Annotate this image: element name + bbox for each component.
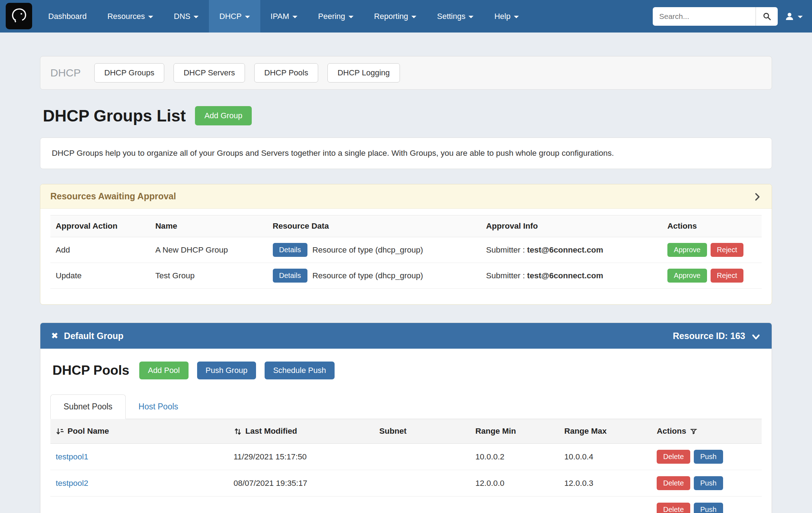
pool-name-link[interactable]: testpool1 (56, 452, 88, 461)
group-panel-body: DHCP Pools Add Pool Push Group Schedule … (40, 349, 772, 513)
filter-icon[interactable] (690, 427, 698, 436)
push-button[interactable]: Push (694, 503, 723, 513)
approval-action-cell: Update (50, 263, 150, 289)
pool-last-modified: 08/07/2021 19:35:17 (228, 470, 374, 497)
nav-item-reporting[interactable]: Reporting (364, 0, 427, 33)
add-group-button[interactable]: Add Group (195, 106, 251, 125)
subnav-tab-dhcp-groups[interactable]: DHCP Groups (94, 63, 164, 83)
col-actions: Actions (662, 215, 762, 237)
add-pool-button[interactable]: Add Pool (139, 362, 188, 379)
subnav-tab-dhcp-servers[interactable]: DHCP Servers (174, 63, 245, 83)
approval-name-cell: A New DHCP Group (150, 237, 267, 263)
caret-down-icon (245, 16, 250, 18)
page-title: DHCP Groups List (43, 106, 186, 125)
pool-range-max: 10.0.0.4 (559, 444, 651, 470)
search-icon (762, 12, 772, 21)
pools-title: DHCP Pools (52, 363, 129, 378)
push-button[interactable]: Push (694, 476, 723, 490)
nav-label: IPAM (271, 12, 289, 21)
caret-down-icon (349, 16, 354, 18)
push-group-button[interactable]: Push Group (197, 362, 256, 379)
chevron-down-icon[interactable] (751, 330, 761, 341)
nav-label: DHCP (219, 12, 241, 21)
submitter-label: Submitter : (486, 245, 525, 254)
main-nav: Dashboard Resources DNS DHCP IPAM Peerin… (38, 0, 529, 33)
sort-updown-icon[interactable] (234, 427, 242, 436)
user-icon (784, 11, 795, 22)
search-input[interactable] (653, 7, 756, 26)
details-button[interactable]: Details (273, 269, 307, 283)
nav-item-settings[interactable]: Settings (427, 0, 484, 33)
col-resource-data: Resource Data (267, 215, 481, 237)
col-name: Name (150, 215, 267, 237)
delete-button[interactable]: Delete (657, 503, 690, 513)
nav-item-ipam[interactable]: IPAM (260, 0, 308, 33)
approval-info-cell: Submitter :test@6connect.com (481, 237, 662, 263)
col-last-modified[interactable]: Last Modified (245, 427, 297, 436)
default-group-panel: ✖ Default Group Resource ID: 163 DHCP Po… (40, 323, 772, 513)
chevron-right-icon[interactable] (752, 191, 762, 201)
main-content: DHCP DHCP Groups DHCP Servers DHCP Pools… (40, 56, 772, 513)
delete-button[interactable]: Delete (657, 450, 690, 464)
approval-name-cell: Test Group (150, 263, 267, 289)
mammoth-icon (9, 5, 29, 27)
nav-label: Peering (318, 12, 345, 21)
pools-title-row: DHCP Pools Add Pool Push Group Schedule … (52, 362, 762, 379)
navbar-right (653, 0, 803, 33)
col-subnet: Subnet (374, 419, 470, 444)
reject-button[interactable]: Reject (711, 243, 744, 257)
submitter-email: test@6connect.com (527, 245, 603, 254)
nav-label: Resources (107, 12, 145, 21)
approve-button[interactable]: Approve (667, 269, 707, 283)
tab-subnet-pools[interactable]: Subnet Pools (50, 394, 126, 419)
pool-row: Delete Push (50, 497, 762, 513)
nav-item-dns[interactable]: DNS (164, 0, 209, 33)
nav-label: Reporting (374, 12, 408, 21)
nav-item-help[interactable]: Help (484, 0, 529, 33)
tab-host-pools[interactable]: Host Pools (126, 395, 191, 419)
col-pool-name[interactable]: Pool Name (67, 427, 109, 436)
pool-subnet (374, 470, 470, 497)
delete-button[interactable]: Delete (657, 476, 690, 490)
approval-panel-header[interactable]: Resources Awaiting Approval (40, 184, 772, 209)
approval-row: Add A New DHCP Group Details Resource of… (50, 237, 762, 263)
app-logo[interactable] (6, 3, 32, 29)
pools-tabs: Subnet Pools Host Pools (50, 394, 762, 419)
nav-label: Settings (437, 12, 466, 21)
subnav-tab-dhcp-pools[interactable]: DHCP Pools (254, 63, 318, 83)
pool-last-modified (228, 497, 374, 513)
schedule-push-button[interactable]: Schedule Push (265, 362, 335, 379)
caret-down-icon (148, 16, 153, 18)
subnav-tab-dhcp-logging[interactable]: DHCP Logging (327, 63, 400, 83)
pool-last-modified: 11/29/2021 15:17:50 (228, 444, 374, 470)
approve-button[interactable]: Approve (667, 243, 707, 257)
push-button[interactable]: Push (694, 450, 723, 464)
nav-item-peering[interactable]: Peering (308, 0, 364, 33)
nav-item-dashboard[interactable]: Dashboard (38, 0, 97, 33)
col-actions: Actions (657, 427, 686, 436)
close-icon[interactable]: ✖ (51, 331, 58, 341)
pool-row: testpool1 11/29/2021 15:17:50 10.0.0.2 1… (50, 444, 762, 470)
approval-panel-body: Approval Action Name Resource Data Appro… (40, 209, 772, 304)
user-menu[interactable] (784, 11, 803, 22)
nav-item-dhcp[interactable]: DHCP (209, 0, 260, 33)
pool-name-link[interactable]: testpool2 (56, 479, 88, 488)
pool-row: testpool2 08/07/2021 19:35:17 12.0.0.0 1… (50, 470, 762, 497)
nav-item-resources[interactable]: Resources (97, 0, 164, 33)
caret-down-icon (411, 16, 416, 18)
submitter-email: test@6connect.com (527, 271, 603, 280)
top-navbar: Dashboard Resources DNS DHCP IPAM Peerin… (0, 0, 812, 33)
nav-label: DNS (174, 12, 190, 21)
submitter-label: Submitter : (486, 271, 525, 280)
description-panel: DHCP Groups help you to organize all of … (40, 138, 772, 169)
search-button[interactable] (756, 7, 778, 26)
description-text: DHCP Groups help you to organize all of … (52, 149, 760, 158)
resource-type-text: Resource of type (dhcp_group) (312, 271, 423, 280)
caret-down-icon (292, 16, 297, 18)
approval-action-cell: Add (50, 237, 150, 263)
caret-down-icon (194, 16, 199, 18)
resource-type-text: Resource of type (dhcp_group) (312, 245, 423, 255)
reject-button[interactable]: Reject (711, 269, 744, 283)
sort-numeric-icon[interactable] (56, 427, 64, 436)
details-button[interactable]: Details (273, 243, 307, 257)
